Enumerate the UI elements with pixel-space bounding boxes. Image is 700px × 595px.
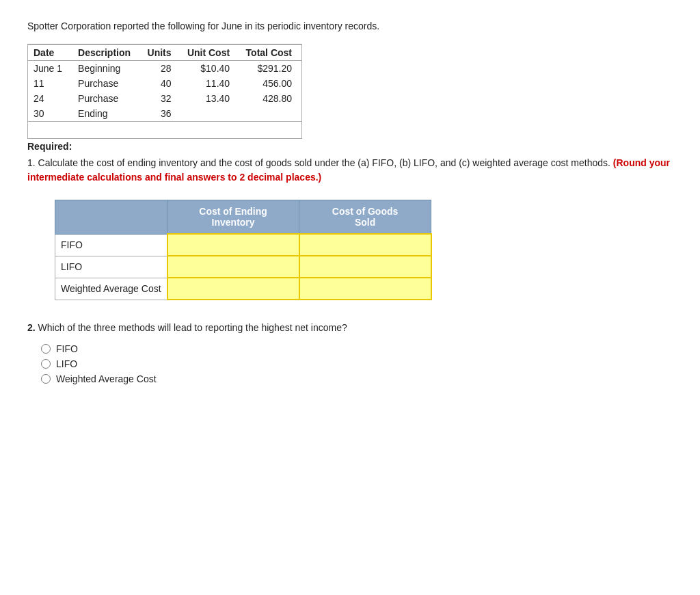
inventory-row: 30 Ending 36 [28,106,301,122]
answer-col-ending-inventory: Cost of EndingInventory [167,200,299,235]
radio-input[interactable] [41,374,51,384]
answer-goods-sold-cell[interactable] [299,256,431,278]
inventory-table-wrapper: Date Description Units Unit Cost Total C… [27,44,302,139]
answer-col-goods-sold: Cost of GoodsSold [299,200,431,235]
inventory-row: 11 Purchase 40 11.40 456.00 [28,76,301,91]
radio-label: Weighted Average Cost [56,373,157,384]
intro-text: Spotter Corporation reported the followi… [27,21,673,31]
radio-item[interactable]: FIFO [41,343,673,354]
col-unit-cost: Unit Cost [181,45,240,61]
answer-label: FIFO [55,234,167,256]
goods-sold-input[interactable] [306,261,425,272]
goods-sold-input[interactable] [306,283,425,294]
radio-label: LIFO [56,358,77,369]
cell-date: 30 [28,106,72,122]
cell-unit-cost: 11.40 [181,76,240,91]
answer-table-wrapper: Cost of EndingInventory Cost of GoodsSol… [55,200,673,300]
q2-text: Which of the three methods will lead to … [38,322,347,333]
cell-description: Ending [72,106,142,122]
cell-units: 40 [142,76,181,91]
goods-sold-input[interactable] [306,239,425,250]
answer-goods-sold-cell[interactable] [299,278,431,300]
answer-row: LIFO [55,256,431,278]
question2-text: 2. Which of the three methods will lead … [27,321,673,335]
q1-number: 1. [27,157,36,168]
answer-label: LIFO [55,256,167,278]
radio-group: FIFO LIFO Weighted Average Cost [41,343,673,384]
cell-unit-cost [181,106,240,122]
radio-input[interactable] [41,344,51,354]
cell-description: Purchase [72,91,142,106]
answer-col-label [55,200,167,235]
q2-number: 2. [27,322,36,333]
cell-unit-cost: 13.40 [181,91,240,106]
cell-units: 28 [142,61,181,77]
ending-inventory-input[interactable] [174,283,293,294]
cell-total-cost: 456.00 [239,76,301,91]
answer-label: Weighted Average Cost [55,278,167,300]
cell-units: 32 [142,91,181,106]
required-section: Required: 1. Calculate the cost of endin… [27,141,673,185]
radio-item[interactable]: LIFO [41,358,673,369]
radio-item[interactable]: Weighted Average Cost [41,373,673,384]
answer-row: FIFO [55,234,431,256]
cell-date: 11 [28,76,72,91]
ending-inventory-input[interactable] [174,239,293,250]
cell-description: Beginning [72,61,142,77]
answer-ending-inventory-cell[interactable] [167,256,299,278]
cell-unit-cost: $10.40 [181,61,240,77]
col-description: Description [72,45,142,61]
q1-text-normal: Calculate the cost of ending inventory a… [38,157,613,168]
cell-total-cost: $291.20 [239,61,301,77]
answer-row: Weighted Average Cost [55,278,431,300]
cell-description: Purchase [72,76,142,91]
cell-units: 36 [142,106,181,122]
answer-goods-sold-cell[interactable] [299,234,431,256]
inventory-row: June 1 Beginning 28 $10.40 $291.20 [28,61,301,77]
cell-date: 24 [28,91,72,106]
radio-input[interactable] [41,359,51,369]
required-label: Required: [27,141,673,152]
answer-ending-inventory-cell[interactable] [167,234,299,256]
col-units: Units [142,45,181,61]
inventory-table: Date Description Units Unit Cost Total C… [28,44,301,122]
cell-total-cost [239,106,301,122]
answer-ending-inventory-cell[interactable] [167,278,299,300]
inventory-row: 24 Purchase 32 13.40 428.80 [28,91,301,106]
radio-label: FIFO [56,343,78,354]
question2-section: 2. Which of the three methods will lead … [27,321,673,384]
col-total-cost: Total Cost [239,45,301,61]
ending-inventory-input[interactable] [174,261,293,272]
answer-table: Cost of EndingInventory Cost of GoodsSol… [55,200,432,300]
question1-text: 1. Calculate the cost of ending inventor… [27,156,673,185]
cell-total-cost: 428.80 [239,91,301,106]
col-date: Date [28,45,72,61]
cell-date: June 1 [28,61,72,77]
